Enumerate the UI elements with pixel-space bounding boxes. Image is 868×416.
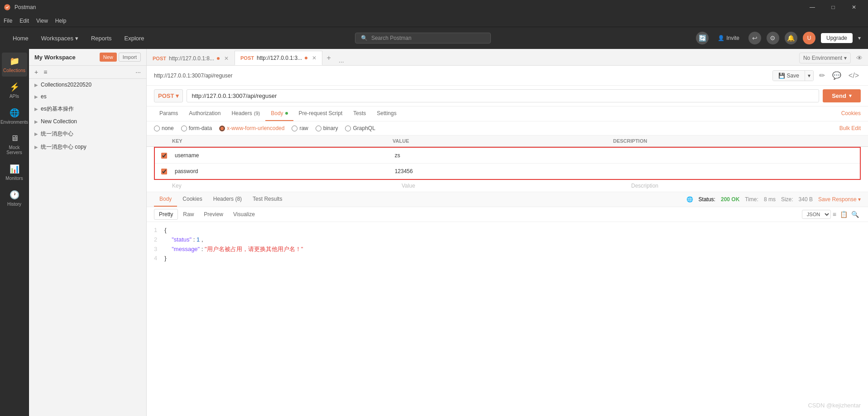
key-cell[interactable]: username bbox=[173, 150, 393, 161]
res-tab-test-results[interactable]: Test Results bbox=[247, 192, 288, 207]
maximize-button[interactable]: □ bbox=[823, 0, 844, 15]
save-button[interactable]: 💾 Save bbox=[773, 71, 805, 81]
nav-home[interactable]: Home bbox=[7, 32, 34, 44]
key-cell[interactable]: password bbox=[173, 165, 393, 177]
tab-headers[interactable]: Headers (9) bbox=[226, 106, 265, 121]
res-tab-body[interactable]: Body bbox=[154, 192, 177, 207]
save-response-button[interactable]: Save Response ▾ bbox=[818, 196, 861, 203]
method-selector[interactable]: POST ▾ bbox=[154, 89, 183, 102]
menu-view[interactable]: View bbox=[36, 18, 48, 24]
sync-icon[interactable]: 🔄 bbox=[696, 32, 709, 44]
response-size: 340 B bbox=[799, 196, 813, 203]
menu-help[interactable]: Help bbox=[55, 18, 67, 24]
nav-explore[interactable]: Explore bbox=[119, 32, 150, 44]
sidebar-item-mock-servers[interactable]: 🖥 Mock Servers bbox=[2, 130, 27, 159]
key-placeholder[interactable]: Key bbox=[172, 183, 402, 189]
list-item[interactable]: ▶ es bbox=[29, 91, 146, 102]
tab-settings[interactable]: Settings bbox=[371, 106, 402, 121]
tab-authorization[interactable]: Authorization bbox=[183, 106, 226, 121]
res-tab-cookies[interactable]: Cookies bbox=[177, 192, 207, 207]
row-checkbox-1[interactable] bbox=[161, 153, 167, 159]
history-icon[interactable]: ↩ bbox=[748, 32, 761, 44]
save-dropdown-button[interactable]: ▾ bbox=[805, 71, 813, 81]
list-item[interactable]: ▶ es的基本操作 bbox=[29, 102, 146, 116]
sidebar-history-label: History bbox=[7, 202, 21, 207]
table-row: password 123456 bbox=[155, 164, 860, 179]
menu-edit[interactable]: Edit bbox=[19, 18, 29, 24]
main-content: POST http://127.0.0.1:8... ✕ POST http:/… bbox=[147, 49, 868, 416]
option-x-www-form-urlencoded[interactable]: x-www-form-urlencoded bbox=[219, 125, 284, 131]
import-button[interactable]: Import bbox=[119, 53, 141, 62]
new-button[interactable]: New bbox=[100, 53, 117, 62]
add-collection-button[interactable]: + bbox=[33, 68, 40, 77]
value-cell[interactable]: zs bbox=[393, 150, 613, 161]
menu-file[interactable]: File bbox=[4, 18, 12, 24]
res-tab-headers[interactable]: Headers (8) bbox=[208, 192, 247, 207]
avatar[interactable]: U bbox=[803, 32, 815, 44]
sidebar-item-apis[interactable]: ⚡ APIs bbox=[2, 78, 27, 102]
search-response-icon[interactable]: 🔍 bbox=[849, 210, 861, 219]
option-graphql[interactable]: GraphQL bbox=[345, 125, 375, 131]
description-cell[interactable] bbox=[613, 153, 833, 158]
tab-pre-request[interactable]: Pre-request Script bbox=[293, 106, 348, 121]
format-pretty[interactable]: Pretty bbox=[154, 209, 178, 220]
add-tab-button[interactable]: + bbox=[322, 51, 335, 65]
upgrade-button[interactable]: Upgrade bbox=[821, 33, 853, 43]
list-item[interactable]: ▶ 统一消息中心 bbox=[29, 127, 146, 140]
json-format-select[interactable]: JSON bbox=[802, 210, 831, 219]
description-cell[interactable] bbox=[613, 169, 833, 174]
format-preview[interactable]: Preview bbox=[199, 209, 228, 220]
collection-name: 统一消息中心 copy bbox=[41, 143, 141, 151]
eye-icon[interactable]: 👁 bbox=[854, 53, 864, 63]
close-tab-icon[interactable]: ✕ bbox=[312, 55, 317, 61]
value-cell[interactable]: 123456 bbox=[393, 165, 613, 177]
close-button[interactable]: ✕ bbox=[844, 0, 864, 15]
close-tab-icon[interactable]: ✕ bbox=[224, 55, 229, 62]
tab-tests[interactable]: Tests bbox=[348, 106, 371, 121]
search-bar[interactable]: 🔍 Search Postman bbox=[355, 33, 491, 44]
tab-body[interactable]: Body bbox=[265, 106, 293, 121]
description-placeholder[interactable]: Description bbox=[631, 183, 861, 189]
option-form-data[interactable]: form-data bbox=[181, 125, 212, 131]
option-raw[interactable]: raw bbox=[292, 125, 308, 131]
format-raw[interactable]: Raw bbox=[178, 209, 199, 220]
tab-0[interactable]: POST http://127.0.0.1:8... ✕ bbox=[147, 51, 235, 65]
settings-icon[interactable]: ⚙ bbox=[767, 32, 779, 44]
bulk-edit-button[interactable]: Bulk Edit bbox=[839, 125, 861, 131]
minimize-button[interactable]: — bbox=[802, 0, 823, 15]
tab-1[interactable]: POST http://127.0.0.1:3... ✕ bbox=[235, 51, 322, 65]
row-checkbox-2[interactable] bbox=[161, 169, 167, 174]
collection-name: es bbox=[41, 93, 141, 100]
code-icon[interactable]: </> bbox=[847, 70, 861, 82]
url-input[interactable] bbox=[187, 89, 819, 102]
chevron-right-icon: ▶ bbox=[34, 106, 38, 111]
notification-icon[interactable]: 🔔 bbox=[785, 32, 797, 44]
value-placeholder[interactable]: Value bbox=[402, 183, 631, 189]
option-binary[interactable]: binary bbox=[316, 125, 338, 131]
tab-params[interactable]: Params bbox=[154, 106, 183, 121]
comment-icon[interactable]: 💬 bbox=[830, 69, 843, 82]
sidebar-item-history[interactable]: 🕐 History bbox=[2, 186, 27, 210]
invite-button[interactable]: 👤 Invite bbox=[714, 33, 743, 43]
environment-selector[interactable]: No Environment ▾ bbox=[799, 53, 851, 63]
edit-icon[interactable]: ✏ bbox=[817, 69, 827, 82]
sidebar-item-environments[interactable]: 🌐 Environments bbox=[2, 104, 27, 128]
list-item[interactable]: ▶ Collections20220520 bbox=[29, 79, 146, 91]
format-visualize[interactable]: Visualize bbox=[228, 209, 260, 220]
more-options-button[interactable]: ··· bbox=[134, 68, 143, 77]
nav-workspaces[interactable]: Workspaces ▾ bbox=[36, 32, 84, 44]
prettify-icon[interactable]: ≡ bbox=[831, 210, 838, 219]
breadcrumb-url: http://127.0.0.1:3007/api/reguser bbox=[154, 73, 232, 79]
list-item[interactable]: ▶ 统一消息中心 copy bbox=[29, 140, 146, 154]
send-button[interactable]: Send ▾ bbox=[823, 89, 861, 102]
list-item[interactable]: ▶ New Collection bbox=[29, 116, 146, 127]
nav-reports[interactable]: Reports bbox=[86, 32, 117, 44]
option-none[interactable]: none bbox=[154, 125, 174, 131]
chevron-right-icon: ▶ bbox=[34, 94, 38, 99]
cookies-link[interactable]: Cookies bbox=[841, 106, 861, 121]
sidebar-item-collections[interactable]: 📁 Collections bbox=[2, 53, 27, 77]
copy-icon[interactable]: 📋 bbox=[838, 210, 849, 219]
sidebar-item-monitors[interactable]: 📊 Monitors bbox=[2, 160, 27, 184]
filter-button[interactable]: ≡ bbox=[42, 68, 49, 77]
more-tabs-button[interactable]: ··· bbox=[335, 58, 348, 65]
